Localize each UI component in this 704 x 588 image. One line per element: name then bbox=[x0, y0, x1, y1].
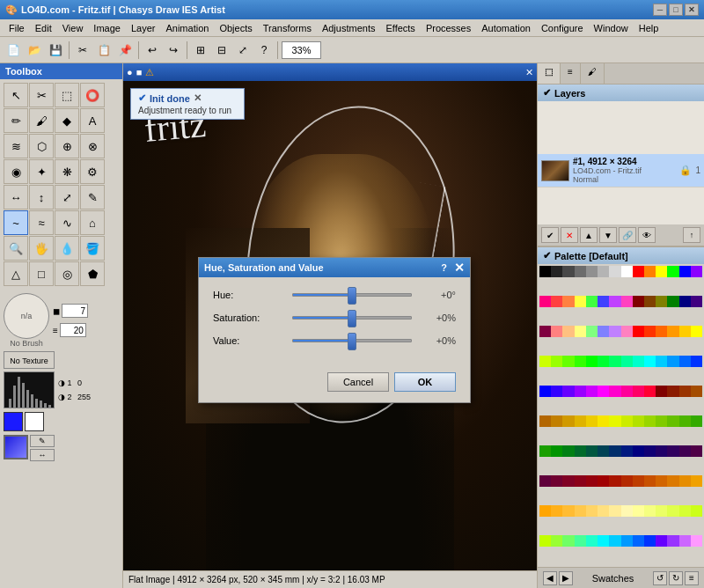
tool-ellipse-select[interactable]: ⭕ bbox=[80, 83, 105, 107]
palette-color-93[interactable] bbox=[644, 445, 656, 457]
panel-tab-2[interactable]: ≡ bbox=[561, 63, 581, 84]
palette-color-18[interactable] bbox=[586, 296, 598, 307]
tool-rect-select[interactable]: ⬚ bbox=[55, 83, 79, 107]
layer-tool-opacity[interactable]: ↑ bbox=[683, 227, 700, 243]
palette-color-107[interactable] bbox=[644, 475, 656, 487]
palette-color-98[interactable] bbox=[539, 475, 551, 487]
palette-color-37[interactable] bbox=[644, 326, 656, 337]
tool-tri[interactable]: △ bbox=[4, 261, 28, 286]
palette-color-123[interactable] bbox=[667, 505, 678, 517]
palette-color-48[interactable] bbox=[609, 356, 620, 367]
palette-color-23[interactable] bbox=[644, 296, 656, 307]
tool-hand[interactable]: 🖐 bbox=[29, 236, 54, 261]
palette-tool-2[interactable]: ↻ bbox=[669, 571, 683, 585]
palette-color-40[interactable] bbox=[679, 326, 691, 337]
palette-color-73[interactable] bbox=[575, 415, 586, 427]
palette-color-90[interactable] bbox=[609, 445, 620, 457]
param2-input[interactable] bbox=[60, 323, 86, 337]
palette-color-77[interactable] bbox=[621, 415, 633, 427]
palette-color-35[interactable] bbox=[621, 326, 633, 337]
palette-color-119[interactable] bbox=[621, 505, 633, 517]
menu-file[interactable]: File bbox=[4, 21, 30, 35]
palette-color-28[interactable] bbox=[539, 326, 551, 337]
tool-snowflake[interactable]: ❋ bbox=[55, 159, 79, 184]
palette-color-63[interactable] bbox=[621, 386, 633, 397]
palette-color-4[interactable] bbox=[586, 266, 598, 277]
palette-color-54[interactable] bbox=[679, 356, 691, 367]
tool-resize[interactable]: ⤢ bbox=[55, 185, 79, 209]
tool-fill[interactable]: 🪣 bbox=[80, 236, 105, 261]
close-button[interactable]: ✕ bbox=[685, 4, 699, 16]
palette-color-105[interactable] bbox=[621, 475, 633, 487]
tool-pen[interactable]: ✎ bbox=[80, 185, 105, 209]
tb-fit[interactable]: ⤢ bbox=[233, 40, 253, 60]
palette-color-120[interactable] bbox=[633, 505, 644, 517]
palette-color-7[interactable] bbox=[621, 266, 633, 277]
palette-color-122[interactable] bbox=[656, 505, 667, 517]
palette-next[interactable]: ▶ bbox=[559, 571, 573, 585]
cancel-button[interactable]: Cancel bbox=[327, 372, 389, 392]
palette-color-27[interactable] bbox=[691, 296, 702, 307]
palette-color-110[interactable] bbox=[679, 475, 691, 487]
palette-color-46[interactable] bbox=[586, 356, 598, 367]
palette-color-49[interactable] bbox=[621, 356, 633, 367]
param1-input[interactable] bbox=[62, 304, 88, 318]
palette-color-42[interactable] bbox=[539, 356, 551, 367]
palette-color-81[interactable] bbox=[667, 415, 678, 427]
palette-color-30[interactable] bbox=[562, 326, 574, 337]
palette-color-101[interactable] bbox=[575, 475, 586, 487]
palette-color-121[interactable] bbox=[644, 505, 656, 517]
palette-color-17[interactable] bbox=[575, 296, 586, 307]
menu-automation[interactable]: Automation bbox=[476, 21, 536, 35]
palette-color-104[interactable] bbox=[609, 475, 620, 487]
palette-color-108[interactable] bbox=[656, 475, 667, 487]
palette-color-126[interactable] bbox=[539, 535, 551, 547]
tb-save[interactable]: 💾 bbox=[46, 40, 65, 60]
palette-color-88[interactable] bbox=[586, 445, 598, 457]
palette-color-115[interactable] bbox=[575, 505, 586, 517]
palette-color-103[interactable] bbox=[598, 475, 609, 487]
palette-color-69[interactable] bbox=[691, 386, 702, 397]
palette-color-118[interactable] bbox=[609, 505, 620, 517]
palette-color-19[interactable] bbox=[598, 296, 609, 307]
palette-color-94[interactable] bbox=[656, 445, 667, 457]
panel-tab-3[interactable]: 🖌 bbox=[581, 63, 605, 84]
saturation-slider-track[interactable] bbox=[292, 316, 412, 320]
palette-color-139[interactable] bbox=[691, 535, 702, 547]
palette-color-102[interactable] bbox=[586, 475, 598, 487]
palette-color-51[interactable] bbox=[644, 356, 656, 367]
palette-color-72[interactable] bbox=[562, 415, 574, 427]
color-preview[interactable] bbox=[4, 435, 28, 459]
palette-color-22[interactable] bbox=[633, 296, 644, 307]
menu-objects[interactable]: Objects bbox=[214, 21, 257, 35]
tb-undo[interactable]: ↩ bbox=[143, 40, 162, 60]
palette-color-117[interactable] bbox=[598, 505, 609, 517]
tb-paste[interactable]: 📌 bbox=[115, 40, 135, 60]
background-color[interactable] bbox=[25, 412, 44, 431]
tool-star[interactable]: ✦ bbox=[29, 159, 54, 184]
palette-color-45[interactable] bbox=[575, 356, 586, 367]
palette-color-59[interactable] bbox=[575, 386, 586, 397]
layer-tool-link[interactable]: 🔗 bbox=[619, 227, 636, 243]
palette-color-75[interactable] bbox=[598, 415, 609, 427]
tool-hflip[interactable]: ↔ bbox=[4, 185, 28, 209]
palette-color-36[interactable] bbox=[633, 326, 644, 337]
palette-color-67[interactable] bbox=[667, 386, 678, 397]
menu-effects[interactable]: Effects bbox=[380, 21, 420, 35]
layer-tool-down[interactable]: ▼ bbox=[599, 227, 617, 243]
maximize-button[interactable]: □ bbox=[669, 4, 683, 16]
palette-color-13[interactable] bbox=[691, 266, 702, 277]
edit-icon[interactable]: ✎ bbox=[30, 435, 55, 447]
palette-color-3[interactable] bbox=[575, 266, 586, 277]
layer-tool-check[interactable]: ✔ bbox=[541, 227, 559, 243]
palette-color-55[interactable] bbox=[691, 356, 702, 367]
menu-processes[interactable]: Processes bbox=[421, 21, 476, 35]
palette-color-20[interactable] bbox=[609, 296, 620, 307]
palette-color-9[interactable] bbox=[644, 266, 656, 277]
palette-color-39[interactable] bbox=[667, 326, 678, 337]
palette-color-89[interactable] bbox=[598, 445, 609, 457]
palette-color-12[interactable] bbox=[679, 266, 691, 277]
palette-color-26[interactable] bbox=[679, 296, 691, 307]
palette-color-0[interactable] bbox=[539, 266, 551, 277]
palette-color-80[interactable] bbox=[656, 415, 667, 427]
